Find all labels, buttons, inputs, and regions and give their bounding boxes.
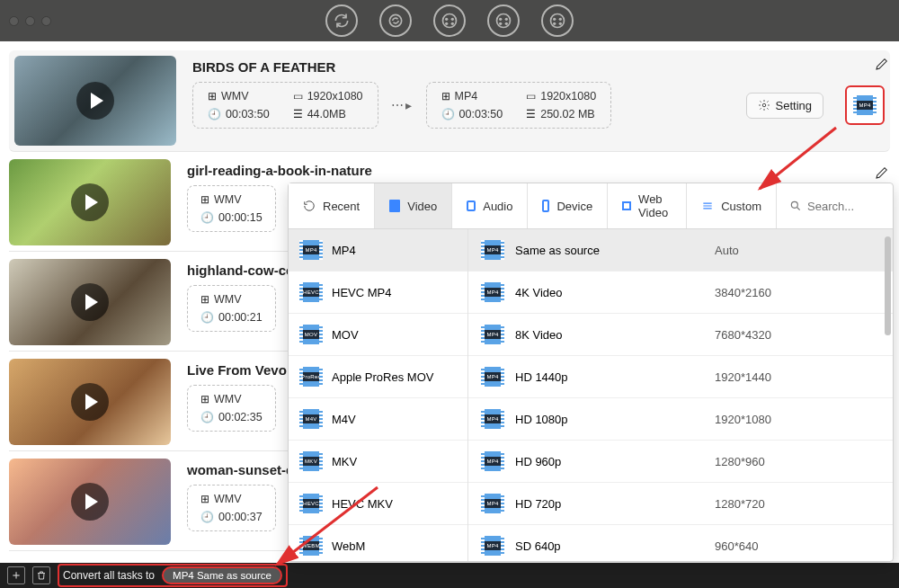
size-icon: ☰ bbox=[293, 108, 303, 120]
preset-list[interactable]: MP4Same as sourceAutoMP44K Video3840*216… bbox=[468, 229, 893, 561]
play-icon[interactable] bbox=[76, 82, 114, 120]
minimize-window-icon[interactable] bbox=[25, 16, 35, 26]
preset-resolution: Auto bbox=[715, 244, 739, 257]
clock-icon: 🕘 bbox=[200, 511, 214, 523]
format-tabs: Recent Video Audio Device Web Video Cust… bbox=[289, 183, 893, 229]
play-icon[interactable] bbox=[71, 283, 109, 321]
preset-name: 4K Video bbox=[515, 286, 704, 299]
convert-all-frame: Convert all tasks to MP4 Same as source bbox=[58, 564, 288, 587]
format-label: MP4 bbox=[332, 244, 356, 257]
mp4-icon: MP4 bbox=[481, 367, 504, 387]
svg-point-17 bbox=[791, 201, 797, 208]
scrollbar[interactable] bbox=[885, 236, 891, 335]
play-icon[interactable] bbox=[71, 183, 109, 221]
task-row[interactable]: BIRDS OF A FEATHER ⊞WMV 🕘00:03:50 ▭1920x… bbox=[9, 50, 890, 152]
tab-label: Web Video bbox=[638, 192, 672, 219]
format-icon: ProRes bbox=[299, 367, 323, 387]
tab-audio[interactable]: Audio bbox=[452, 183, 528, 228]
format-label: Apple ProRes MOV bbox=[332, 370, 433, 384]
search-input[interactable] bbox=[807, 200, 888, 213]
play-icon[interactable] bbox=[71, 483, 109, 521]
format-label: M4V bbox=[332, 413, 356, 426]
preset-item[interactable]: MP4Same as sourceAuto bbox=[468, 229, 893, 272]
close-window-icon[interactable] bbox=[9, 16, 19, 26]
film-add-icon[interactable] bbox=[487, 4, 520, 37]
source-format: WMV bbox=[214, 493, 242, 505]
refresh-icon[interactable] bbox=[379, 4, 412, 37]
preset-item[interactable]: MP44K Video3840*2160 bbox=[468, 272, 893, 314]
tab-label: Recent bbox=[323, 200, 360, 213]
format-item[interactable]: WEBMWebM bbox=[289, 525, 467, 561]
resolution-icon: ▭ bbox=[526, 90, 536, 102]
tab-label: Video bbox=[407, 200, 437, 213]
size-icon: ☰ bbox=[526, 108, 536, 120]
format-label: HEVC MKV bbox=[332, 497, 393, 511]
delete-task-button[interactable] bbox=[32, 566, 50, 584]
preset-item[interactable]: MP4HD 1080p1920*1080 bbox=[468, 398, 893, 441]
svg-point-9 bbox=[499, 22, 502, 25]
film-strip-icon: ⊞ bbox=[200, 493, 209, 505]
preset-item[interactable]: MP48K Video7680*4320 bbox=[468, 314, 893, 356]
format-item[interactable]: MOVMOV bbox=[289, 314, 467, 356]
film-strip-icon: ⊞ bbox=[200, 193, 209, 206]
preset-item[interactable]: MP4SD 640p960*640 bbox=[468, 525, 893, 561]
svg-point-10 bbox=[505, 22, 508, 25]
convert-all-format-pill[interactable]: MP4 Same as source bbox=[162, 566, 282, 584]
preset-name: 8K Video bbox=[515, 328, 704, 342]
source-size: 44.0MB bbox=[307, 108, 346, 120]
format-item[interactable]: MKVMKV bbox=[289, 441, 467, 483]
preset-resolution: 1920*1440 bbox=[715, 370, 771, 384]
preset-resolution: 7680*4320 bbox=[715, 328, 771, 342]
svg-point-4 bbox=[445, 22, 448, 25]
edit-icon[interactable] bbox=[874, 56, 890, 72]
preset-item[interactable]: MP4HD 1440p1920*1440 bbox=[468, 356, 893, 398]
source-info-box: ⊞WMV 🕘00:00:21 bbox=[187, 285, 276, 332]
output-format-button[interactable]: MP4 bbox=[845, 85, 885, 125]
preset-item[interactable]: MP4HD 960p1280*960 bbox=[468, 441, 893, 483]
preset-resolution: 1280*960 bbox=[715, 455, 765, 468]
svg-point-15 bbox=[559, 22, 562, 25]
search-icon bbox=[789, 200, 802, 212]
tab-custom[interactable]: Custom bbox=[687, 183, 777, 228]
video-thumbnail[interactable] bbox=[9, 459, 171, 545]
format-item[interactable]: ProResApple ProRes MOV bbox=[289, 356, 467, 398]
preset-name: HD 1080p bbox=[515, 413, 704, 426]
film-icon[interactable] bbox=[433, 4, 466, 37]
preset-name: HD 720p bbox=[515, 497, 704, 511]
mp4-icon: MP4 bbox=[481, 494, 504, 513]
mp4-icon: MP4 bbox=[481, 282, 504, 302]
tab-recent[interactable]: Recent bbox=[289, 183, 375, 228]
web-icon bbox=[622, 201, 631, 210]
format-item[interactable]: MP4MP4 bbox=[289, 229, 467, 272]
tab-web-video[interactable]: Web Video bbox=[608, 183, 687, 228]
video-thumbnail[interactable] bbox=[9, 259, 171, 345]
format-icon: M4V bbox=[299, 409, 323, 429]
film-convert-icon[interactable] bbox=[541, 4, 574, 37]
preset-name: HD 960p bbox=[515, 455, 704, 468]
tab-device[interactable]: Device bbox=[528, 183, 608, 228]
edit-icon[interactable] bbox=[874, 165, 890, 181]
sync-icon[interactable] bbox=[325, 4, 358, 37]
svg-point-0 bbox=[389, 14, 401, 26]
source-duration: 00:00:21 bbox=[218, 311, 263, 324]
svg-point-13 bbox=[559, 18, 562, 21]
arrow-right-icon: ⋯▸ bbox=[391, 98, 414, 112]
format-list[interactable]: MP4MP4HEVCHEVC MP4MOVMOVProResApple ProR… bbox=[289, 229, 468, 561]
format-icon: MKV bbox=[299, 451, 323, 471]
zoom-window-icon[interactable] bbox=[41, 16, 51, 26]
setting-button[interactable]: Setting bbox=[746, 93, 823, 119]
tab-video[interactable]: Video bbox=[375, 183, 452, 228]
format-item[interactable]: M4VM4V bbox=[289, 398, 467, 441]
format-label: WebM bbox=[332, 539, 365, 553]
add-task-button[interactable]: ＋ bbox=[7, 566, 25, 584]
search-box[interactable] bbox=[777, 183, 899, 228]
video-thumbnail[interactable] bbox=[9, 359, 171, 445]
svg-point-7 bbox=[499, 18, 502, 21]
video-thumbnail[interactable] bbox=[9, 159, 171, 245]
preset-item[interactable]: MP4HD 720p1280*720 bbox=[468, 483, 893, 525]
format-item[interactable]: HEVCHEVC MP4 bbox=[289, 272, 467, 314]
convert-all-label: Convert all tasks to bbox=[63, 569, 155, 582]
format-item[interactable]: HEVCHEVC MKV bbox=[289, 483, 467, 525]
play-icon[interactable] bbox=[71, 383, 109, 421]
video-thumbnail[interactable] bbox=[14, 56, 176, 146]
